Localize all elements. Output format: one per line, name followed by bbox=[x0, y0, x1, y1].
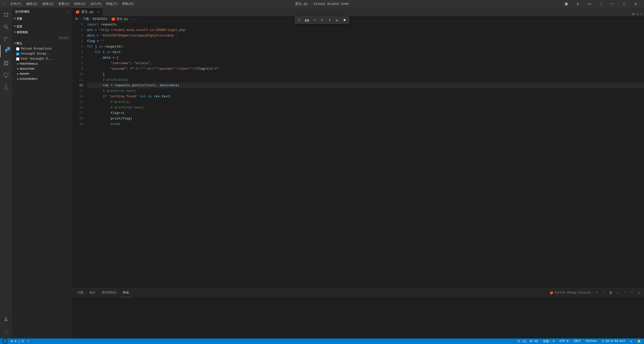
user-uncaught-checkbox[interactable] bbox=[16, 57, 19, 61]
maximize-btn[interactable]: ☐ bbox=[618, 0, 630, 8]
panel-up-btn[interactable]: ⌃ bbox=[622, 290, 628, 296]
panel-close-btn[interactable]: ✕ bbox=[636, 290, 642, 296]
debug-step-over-btn[interactable]: ↷ bbox=[311, 17, 318, 23]
debug-drag-handle[interactable]: ⁝⁝ bbox=[296, 17, 303, 23]
menu-file[interactable]: 文件(F) bbox=[8, 1, 24, 7]
panel-tab-debug-console[interactable]: 调试控制台 bbox=[99, 288, 120, 297]
statusbar-sync[interactable]: ↻ bbox=[629, 339, 633, 343]
raised-exceptions-label: Raised Exceptions bbox=[21, 47, 52, 51]
titlebar: □ 文件(F) 编辑(E) 选择(S) 查看(V) 转到(G) 运行(R) 终端… bbox=[0, 0, 644, 8]
sidebar-actions: ⋯ bbox=[66, 10, 69, 14]
panel-tab-output[interactable]: 输出 bbox=[87, 288, 99, 297]
debug-pause-btn[interactable]: ▮▮ bbox=[303, 17, 310, 23]
watch-section-header[interactable]: ▼ 监视 bbox=[12, 24, 72, 29]
callstack-section-header[interactable]: ▼ 调用堆栈 bbox=[12, 29, 72, 35]
editor-toolbar-more[interactable]: ⋯ bbox=[640, 12, 642, 16]
statusbar-position[interactable]: 行 12, 列 48 bbox=[516, 339, 539, 343]
panel-trash-btn[interactable]: 🗑 bbox=[608, 290, 614, 296]
variables-section-header[interactable]: ▼ 变量 bbox=[12, 16, 72, 22]
tab-bar: 🍎 盲注.py ✕ ▶ ▭ ⋯ bbox=[72, 8, 644, 16]
debug-restart-btn[interactable]: ↻ bbox=[334, 17, 341, 23]
debug-step-into-btn[interactable]: ⬇ bbox=[318, 17, 326, 23]
menu-view[interactable]: 查看(V) bbox=[56, 1, 72, 7]
peripherals-header[interactable]: ► PERIPHERALS bbox=[12, 61, 72, 66]
breadcrumb-nisa[interactable]: NISA2022 bbox=[93, 17, 107, 21]
editor-toolbar-split[interactable]: ▭ bbox=[636, 12, 638, 16]
editor-toolbar-run[interactable]: ▶ bbox=[633, 12, 635, 16]
panel-tab-terminal[interactable]: 终端 bbox=[120, 288, 132, 297]
menu-goto[interactable]: 转到(G) bbox=[72, 1, 88, 7]
callstack-chevron: ▼ bbox=[14, 31, 16, 34]
debug-stop-btn[interactable]: ■ bbox=[341, 17, 348, 23]
panel-tab-problems[interactable]: 问题 bbox=[74, 288, 87, 297]
breadcrumb-filename[interactable]: 盲注.py bbox=[116, 17, 128, 21]
python-file-icon: 🍎 bbox=[75, 10, 80, 14]
tab-close-btn[interactable]: ✕ bbox=[97, 10, 99, 14]
activity-extensions[interactable] bbox=[0, 57, 12, 69]
panel-split-btn[interactable]: ⋮ bbox=[601, 290, 607, 296]
statusbar-eol[interactable]: CRLF bbox=[573, 339, 582, 343]
breakpoints-section-header[interactable]: ▼ 断点 bbox=[12, 40, 72, 46]
statusbar-remote-icon[interactable]: ⚡ bbox=[2, 338, 8, 344]
menu-terminal[interactable]: 终端(T) bbox=[104, 1, 120, 7]
main-content: 运行和调试 ⋯ ▼ 变量 ▼ 监视 ▼ 调用堆栈 正在运行 ▼ 断点 bbox=[12, 8, 644, 338]
svg-point-10 bbox=[5, 317, 7, 319]
breadcrumb-downloads[interactable]: 下载 bbox=[83, 17, 89, 21]
breadcrumb-drive[interactable]: D: bbox=[75, 17, 79, 21]
activity-settings[interactable] bbox=[0, 326, 12, 338]
activity-git[interactable] bbox=[0, 33, 12, 45]
layout-btn4[interactable]: ⁝ bbox=[595, 0, 607, 8]
layout-btn[interactable]: ▩ bbox=[560, 0, 572, 8]
disassembly-label: DISASSEMBLY bbox=[20, 77, 38, 80]
menu-select[interactable]: 选择(S) bbox=[40, 1, 56, 7]
disassembly-header[interactable]: ► DISASSEMBLY bbox=[12, 76, 72, 81]
activity-debug[interactable]: 1 bbox=[0, 45, 12, 57]
code-area[interactable]: import requestsurl = 'http://node3.anna.… bbox=[85, 22, 644, 288]
panel-content[interactable] bbox=[72, 297, 644, 338]
watch-chevron: ▼ bbox=[14, 25, 16, 28]
sidebar-more-icon[interactable]: ⋯ bbox=[66, 10, 69, 14]
panel-tabs: 问题 输出 调试控制台 终端 🍎 Python Debug Console + … bbox=[72, 288, 644, 297]
activity-explorer[interactable] bbox=[0, 9, 12, 21]
registers-header[interactable]: ► REGISTERS bbox=[12, 66, 72, 71]
menu-edit[interactable]: 编辑(E) bbox=[24, 1, 40, 7]
statusbar-bell[interactable]: 🔔 bbox=[636, 339, 642, 343]
menu-run[interactable]: 运行(R) bbox=[88, 1, 104, 7]
statusbar-debug-icon[interactable]: ☀ bbox=[27, 339, 30, 343]
svg-rect-6 bbox=[6, 61, 8, 63]
breadcrumb-ellipsis[interactable]: ... bbox=[132, 17, 137, 21]
panel-new-terminal-btn[interactable]: + bbox=[594, 290, 600, 296]
panel-more-btn[interactable]: ⋯ bbox=[615, 290, 621, 296]
callstack-item: 正在运行 bbox=[12, 35, 72, 40]
breadcrumb-sep2: > bbox=[90, 17, 92, 21]
debug-step-out-btn[interactable]: ⬆ bbox=[326, 17, 333, 23]
activity-test[interactable] bbox=[0, 81, 12, 93]
layout-btn2[interactable]: ▯ bbox=[572, 0, 584, 8]
editor-area: ⁝⁝ ▮▮ ↷ ⬇ ⬆ ↻ ■ 🍎 盲注.py ✕ ▶ ▭ ⋯ D: > bbox=[72, 8, 644, 338]
editor-content: 12345678910111213141516171819 import req… bbox=[72, 22, 644, 288]
activity-remote[interactable] bbox=[0, 69, 12, 81]
statusbar-encoding[interactable]: UTF-8 bbox=[558, 339, 570, 343]
user-uncaught-label: User Uncaught E... bbox=[21, 57, 54, 61]
activity-account[interactable] bbox=[0, 313, 12, 325]
raised-exceptions-checkbox[interactable] bbox=[16, 47, 19, 51]
statusbar-errors[interactable]: ✘ 0 △ 0 bbox=[10, 339, 24, 343]
tab-main-file[interactable]: 🍎 盲注.py ✕ bbox=[72, 7, 103, 16]
activity-bar: 1 bbox=[0, 8, 12, 338]
panel-maximize-btn[interactable]: ⌃ bbox=[629, 290, 635, 296]
variables-label: 变量 bbox=[17, 17, 22, 21]
close-btn[interactable]: ✕ bbox=[630, 0, 641, 8]
breakpoint-raised: Raised Exceptions bbox=[12, 46, 72, 51]
uncaught-exceptions-checkbox[interactable] bbox=[16, 52, 19, 56]
layout-btn3[interactable]: ▭ bbox=[584, 0, 595, 8]
window-title: 盲注.py - Visual Studio Code bbox=[295, 2, 349, 6]
statusbar-language[interactable]: Python bbox=[585, 339, 598, 343]
statusbar-version[interactable]: 3.10.8 64-bit bbox=[601, 339, 626, 343]
debug-toolbar: ⁝⁝ ▮▮ ↷ ⬇ ⬆ ↻ ■ bbox=[295, 16, 349, 24]
minimize-btn[interactable]: — bbox=[607, 0, 618, 8]
menu-help[interactable]: 帮助(H) bbox=[120, 1, 136, 7]
memory-header[interactable]: ► MEMORY bbox=[12, 71, 72, 76]
activity-search[interactable] bbox=[0, 21, 12, 33]
statusbar-spaces[interactable]: 空格: 4 bbox=[542, 339, 555, 343]
panel: 问题 输出 调试控制台 终端 🍎 Python Debug Console + … bbox=[72, 288, 644, 338]
